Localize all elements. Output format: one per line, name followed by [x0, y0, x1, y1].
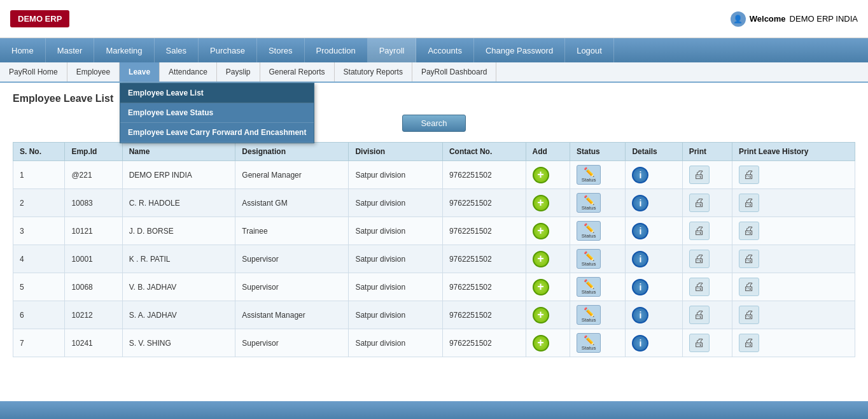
username-display: DEMO ERP INDIA [790, 14, 858, 24]
status-label: Status [582, 289, 596, 295]
cell-division: Satpur division [349, 161, 443, 189]
cell-contact: 9762251502 [442, 273, 526, 301]
status-label: Status [582, 317, 596, 323]
info-icon[interactable]: i [632, 167, 648, 183]
add-icon[interactable]: + [533, 167, 549, 183]
nav-sales[interactable]: Sales [155, 38, 199, 62]
cell-designation: Assistant Manager [235, 301, 349, 329]
status-button[interactable]: ✏️ Status [577, 221, 601, 241]
print-icon[interactable]: 🖨 [689, 334, 710, 352]
status-label: Status [582, 233, 596, 239]
status-button[interactable]: ✏️ Status [577, 305, 601, 325]
cell-status: ✏️ Status [570, 273, 626, 301]
print-leave-history-icon[interactable]: 🖨 [739, 278, 759, 296]
nav-change-password[interactable]: Change Password [474, 38, 565, 62]
add-icon[interactable]: + [533, 223, 549, 239]
col-print: Print [682, 143, 732, 161]
status-button[interactable]: ✏️ Status [577, 249, 601, 269]
print-leave-history-icon[interactable]: 🖨 [739, 194, 759, 212]
cell-contact: 9762251502 [442, 161, 526, 189]
nav-production[interactable]: Production [305, 38, 368, 62]
cell-name: J. D. BORSE [122, 217, 235, 245]
top-header: DEMO ERP 👤 Welcome DEMO ERP INDIA [0, 0, 868, 38]
dd-leave-status[interactable]: Employee Leave Status [120, 103, 314, 123]
info-icon[interactable]: i [632, 195, 648, 211]
add-icon[interactable]: + [533, 279, 549, 295]
status-button[interactable]: ✏️ Status [577, 333, 601, 353]
cell-print-leave-history: 🖨 [732, 189, 855, 217]
dd-leave-carry-forward[interactable]: Employee Leave Carry Forward And Encashm… [120, 123, 314, 143]
cell-print-leave-history: 🖨 [732, 301, 855, 329]
welcome-area: 👤 Welcome DEMO ERP INDIA [731, 11, 858, 27]
cell-division: Satpur division [349, 273, 443, 301]
info-icon[interactable]: i [632, 279, 648, 295]
cell-details: i [626, 189, 682, 217]
print-leave-history-icon[interactable]: 🖨 [739, 222, 759, 240]
cell-status: ✏️ Status [570, 329, 626, 357]
sub-payroll-dashboard[interactable]: PayRoll Dashboard [412, 62, 496, 82]
dd-leave-list[interactable]: Employee Leave List [120, 83, 314, 103]
print-leave-history-icon[interactable]: 🖨 [739, 166, 759, 184]
print-icon[interactable]: 🖨 [689, 222, 710, 240]
print-icon[interactable]: 🖨 [689, 278, 710, 296]
cell-contact: 9762251502 [442, 301, 526, 329]
sub-general-reports[interactable]: General Reports [260, 62, 335, 82]
nav-payroll[interactable]: Payroll [368, 38, 417, 62]
col-name: Name [122, 143, 235, 161]
cell-division: Satpur division [349, 245, 443, 273]
pencil-icon: ✏️ [584, 279, 594, 289]
info-icon[interactable]: i [632, 307, 648, 323]
cell-details: i [626, 161, 682, 189]
info-icon[interactable]: i [632, 223, 648, 239]
pencil-icon: ✏️ [584, 195, 594, 205]
add-icon[interactable]: + [533, 195, 549, 211]
sub-employee[interactable]: Employee [67, 62, 120, 82]
sub-attendance[interactable]: Attendance [160, 62, 217, 82]
col-print-leave-history: Print Leave History [732, 143, 855, 161]
print-icon[interactable]: 🖨 [689, 306, 710, 324]
info-icon[interactable]: i [632, 251, 648, 267]
print-leave-history-icon[interactable]: 🖨 [739, 334, 759, 352]
nav-accounts[interactable]: Accounts [416, 38, 473, 62]
nav-marketing[interactable]: Marketing [94, 38, 154, 62]
table-row: 6 10212 S. A. JADHAV Assistant Manager S… [13, 301, 855, 329]
sub-leave[interactable]: Leave Employee Leave List Employee Leave… [120, 62, 160, 82]
print-leave-history-icon[interactable]: 🖨 [739, 250, 759, 268]
info-icon[interactable]: i [632, 335, 648, 352]
cell-empid: 10083 [65, 189, 122, 217]
table-row: 7 10241 S. V. SHING Supervisor Satpur di… [13, 329, 855, 357]
status-button[interactable]: ✏️ Status [577, 277, 601, 297]
print-icon[interactable]: 🖨 [689, 166, 710, 184]
search-button[interactable]: Search [402, 115, 465, 132]
cell-designation: Supervisor [235, 329, 349, 357]
pencil-icon: ✏️ [584, 307, 594, 317]
cell-division: Satpur division [349, 301, 443, 329]
table-row: 4 10001 K . R. PATIL Supervisor Satpur d… [13, 245, 855, 273]
add-icon[interactable]: + [533, 307, 549, 323]
cell-print: 🖨 [682, 245, 732, 273]
cell-status: ✏️ Status [570, 245, 626, 273]
print-icon[interactable]: 🖨 [689, 194, 710, 212]
cell-print: 🖨 [682, 189, 732, 217]
nav-purchase[interactable]: Purchase [199, 38, 257, 62]
nav-stores[interactable]: Stores [257, 38, 305, 62]
add-icon[interactable]: + [533, 335, 549, 352]
cell-empid: @221 [65, 161, 122, 189]
cell-details: i [626, 301, 682, 329]
cell-print-leave-history: 🖨 [732, 161, 855, 189]
cell-sno: 7 [13, 329, 65, 357]
status-button[interactable]: ✏️ Status [577, 193, 601, 213]
add-icon[interactable]: + [533, 251, 549, 267]
nav-home[interactable]: Home [0, 38, 46, 62]
nav-logout[interactable]: Logout [565, 38, 614, 62]
status-button[interactable]: ✏️ Status [577, 165, 601, 185]
sub-payslip[interactable]: Payslip [217, 62, 260, 82]
print-leave-history-icon[interactable]: 🖨 [739, 306, 759, 324]
print-icon[interactable]: 🖨 [689, 250, 710, 268]
cell-empid: 10068 [65, 273, 122, 301]
cell-name: S. A. JADHAV [122, 301, 235, 329]
nav-master[interactable]: Master [46, 38, 95, 62]
sub-statutory-reports[interactable]: Statutory Reports [335, 62, 412, 82]
sub-payroll-home[interactable]: PayRoll Home [0, 62, 67, 82]
cell-sno: 6 [13, 301, 65, 329]
